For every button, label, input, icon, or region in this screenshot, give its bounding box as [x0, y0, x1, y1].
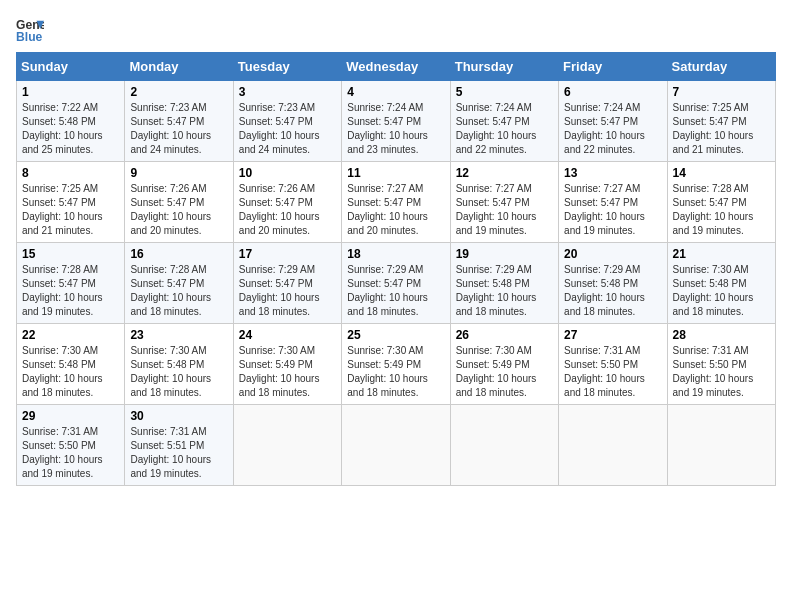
cell-sun-info: Sunrise: 7:24 AMSunset: 5:47 PMDaylight:…: [347, 101, 444, 157]
day-number: 15: [22, 247, 119, 261]
day-number: 16: [130, 247, 227, 261]
day-number: 24: [239, 328, 336, 342]
day-number: 7: [673, 85, 770, 99]
calendar-cell: 17Sunrise: 7:29 AMSunset: 5:47 PMDayligh…: [233, 243, 341, 324]
calendar-cell: 6Sunrise: 7:24 AMSunset: 5:47 PMDaylight…: [559, 81, 667, 162]
day-number: 18: [347, 247, 444, 261]
calendar-cell: 22Sunrise: 7:30 AMSunset: 5:48 PMDayligh…: [17, 324, 125, 405]
day-number: 21: [673, 247, 770, 261]
cell-sun-info: Sunrise: 7:22 AMSunset: 5:48 PMDaylight:…: [22, 101, 119, 157]
calendar-cell: [342, 405, 450, 486]
calendar-cell: 10Sunrise: 7:26 AMSunset: 5:47 PMDayligh…: [233, 162, 341, 243]
calendar-cell: 14Sunrise: 7:28 AMSunset: 5:47 PMDayligh…: [667, 162, 775, 243]
column-header-wednesday: Wednesday: [342, 53, 450, 81]
column-header-sunday: Sunday: [17, 53, 125, 81]
calendar-cell: [450, 405, 558, 486]
cell-sun-info: Sunrise: 7:26 AMSunset: 5:47 PMDaylight:…: [239, 182, 336, 238]
week-row-1: 1Sunrise: 7:22 AMSunset: 5:48 PMDaylight…: [17, 81, 776, 162]
calendar-header-row: SundayMondayTuesdayWednesdayThursdayFrid…: [17, 53, 776, 81]
column-header-friday: Friday: [559, 53, 667, 81]
cell-sun-info: Sunrise: 7:25 AMSunset: 5:47 PMDaylight:…: [22, 182, 119, 238]
day-number: 25: [347, 328, 444, 342]
cell-sun-info: Sunrise: 7:27 AMSunset: 5:47 PMDaylight:…: [564, 182, 661, 238]
calendar-cell: 23Sunrise: 7:30 AMSunset: 5:48 PMDayligh…: [125, 324, 233, 405]
cell-sun-info: Sunrise: 7:31 AMSunset: 5:50 PMDaylight:…: [22, 425, 119, 481]
header: General Blue: [16, 16, 776, 44]
day-number: 3: [239, 85, 336, 99]
day-number: 20: [564, 247, 661, 261]
cell-sun-info: Sunrise: 7:29 AMSunset: 5:48 PMDaylight:…: [564, 263, 661, 319]
week-row-5: 29Sunrise: 7:31 AMSunset: 5:50 PMDayligh…: [17, 405, 776, 486]
week-row-4: 22Sunrise: 7:30 AMSunset: 5:48 PMDayligh…: [17, 324, 776, 405]
calendar-cell: 11Sunrise: 7:27 AMSunset: 5:47 PMDayligh…: [342, 162, 450, 243]
day-number: 9: [130, 166, 227, 180]
day-number: 1: [22, 85, 119, 99]
day-number: 30: [130, 409, 227, 423]
column-header-saturday: Saturday: [667, 53, 775, 81]
cell-sun-info: Sunrise: 7:30 AMSunset: 5:48 PMDaylight:…: [673, 263, 770, 319]
day-number: 11: [347, 166, 444, 180]
cell-sun-info: Sunrise: 7:25 AMSunset: 5:47 PMDaylight:…: [673, 101, 770, 157]
calendar-cell: 24Sunrise: 7:30 AMSunset: 5:49 PMDayligh…: [233, 324, 341, 405]
cell-sun-info: Sunrise: 7:26 AMSunset: 5:47 PMDaylight:…: [130, 182, 227, 238]
cell-sun-info: Sunrise: 7:24 AMSunset: 5:47 PMDaylight:…: [456, 101, 553, 157]
calendar-cell: 5Sunrise: 7:24 AMSunset: 5:47 PMDaylight…: [450, 81, 558, 162]
day-number: 12: [456, 166, 553, 180]
cell-sun-info: Sunrise: 7:31 AMSunset: 5:50 PMDaylight:…: [564, 344, 661, 400]
calendar-cell: 28Sunrise: 7:31 AMSunset: 5:50 PMDayligh…: [667, 324, 775, 405]
cell-sun-info: Sunrise: 7:30 AMSunset: 5:49 PMDaylight:…: [456, 344, 553, 400]
column-header-thursday: Thursday: [450, 53, 558, 81]
cell-sun-info: Sunrise: 7:29 AMSunset: 5:47 PMDaylight:…: [347, 263, 444, 319]
calendar-cell: 2Sunrise: 7:23 AMSunset: 5:47 PMDaylight…: [125, 81, 233, 162]
calendar-cell: 13Sunrise: 7:27 AMSunset: 5:47 PMDayligh…: [559, 162, 667, 243]
calendar-cell: 16Sunrise: 7:28 AMSunset: 5:47 PMDayligh…: [125, 243, 233, 324]
cell-sun-info: Sunrise: 7:30 AMSunset: 5:48 PMDaylight:…: [130, 344, 227, 400]
calendar-cell: 21Sunrise: 7:30 AMSunset: 5:48 PMDayligh…: [667, 243, 775, 324]
day-number: 26: [456, 328, 553, 342]
cell-sun-info: Sunrise: 7:28 AMSunset: 5:47 PMDaylight:…: [22, 263, 119, 319]
week-row-2: 8Sunrise: 7:25 AMSunset: 5:47 PMDaylight…: [17, 162, 776, 243]
calendar-cell: 18Sunrise: 7:29 AMSunset: 5:47 PMDayligh…: [342, 243, 450, 324]
calendar-body: 1Sunrise: 7:22 AMSunset: 5:48 PMDaylight…: [17, 81, 776, 486]
day-number: 29: [22, 409, 119, 423]
calendar-cell: [233, 405, 341, 486]
day-number: 10: [239, 166, 336, 180]
calendar-cell: 3Sunrise: 7:23 AMSunset: 5:47 PMDaylight…: [233, 81, 341, 162]
cell-sun-info: Sunrise: 7:28 AMSunset: 5:47 PMDaylight:…: [673, 182, 770, 238]
calendar-cell: 8Sunrise: 7:25 AMSunset: 5:47 PMDaylight…: [17, 162, 125, 243]
cell-sun-info: Sunrise: 7:30 AMSunset: 5:49 PMDaylight:…: [347, 344, 444, 400]
logo: General Blue: [16, 16, 44, 44]
cell-sun-info: Sunrise: 7:31 AMSunset: 5:50 PMDaylight:…: [673, 344, 770, 400]
cell-sun-info: Sunrise: 7:29 AMSunset: 5:48 PMDaylight:…: [456, 263, 553, 319]
cell-sun-info: Sunrise: 7:24 AMSunset: 5:47 PMDaylight:…: [564, 101, 661, 157]
day-number: 22: [22, 328, 119, 342]
calendar-cell: 4Sunrise: 7:24 AMSunset: 5:47 PMDaylight…: [342, 81, 450, 162]
cell-sun-info: Sunrise: 7:23 AMSunset: 5:47 PMDaylight:…: [130, 101, 227, 157]
cell-sun-info: Sunrise: 7:27 AMSunset: 5:47 PMDaylight:…: [347, 182, 444, 238]
day-number: 5: [456, 85, 553, 99]
calendar-cell: 27Sunrise: 7:31 AMSunset: 5:50 PMDayligh…: [559, 324, 667, 405]
day-number: 8: [22, 166, 119, 180]
cell-sun-info: Sunrise: 7:30 AMSunset: 5:48 PMDaylight:…: [22, 344, 119, 400]
day-number: 13: [564, 166, 661, 180]
column-header-monday: Monday: [125, 53, 233, 81]
calendar-cell: 7Sunrise: 7:25 AMSunset: 5:47 PMDaylight…: [667, 81, 775, 162]
cell-sun-info: Sunrise: 7:28 AMSunset: 5:47 PMDaylight:…: [130, 263, 227, 319]
logo-icon: General Blue: [16, 16, 44, 44]
calendar-cell: 12Sunrise: 7:27 AMSunset: 5:47 PMDayligh…: [450, 162, 558, 243]
day-number: 27: [564, 328, 661, 342]
calendar-cell: 20Sunrise: 7:29 AMSunset: 5:48 PMDayligh…: [559, 243, 667, 324]
day-number: 23: [130, 328, 227, 342]
cell-sun-info: Sunrise: 7:31 AMSunset: 5:51 PMDaylight:…: [130, 425, 227, 481]
day-number: 19: [456, 247, 553, 261]
cell-sun-info: Sunrise: 7:27 AMSunset: 5:47 PMDaylight:…: [456, 182, 553, 238]
day-number: 2: [130, 85, 227, 99]
calendar-cell: [667, 405, 775, 486]
week-row-3: 15Sunrise: 7:28 AMSunset: 5:47 PMDayligh…: [17, 243, 776, 324]
calendar-cell: 25Sunrise: 7:30 AMSunset: 5:49 PMDayligh…: [342, 324, 450, 405]
calendar-cell: 9Sunrise: 7:26 AMSunset: 5:47 PMDaylight…: [125, 162, 233, 243]
day-number: 14: [673, 166, 770, 180]
calendar-cell: 30Sunrise: 7:31 AMSunset: 5:51 PMDayligh…: [125, 405, 233, 486]
day-number: 28: [673, 328, 770, 342]
cell-sun-info: Sunrise: 7:30 AMSunset: 5:49 PMDaylight:…: [239, 344, 336, 400]
